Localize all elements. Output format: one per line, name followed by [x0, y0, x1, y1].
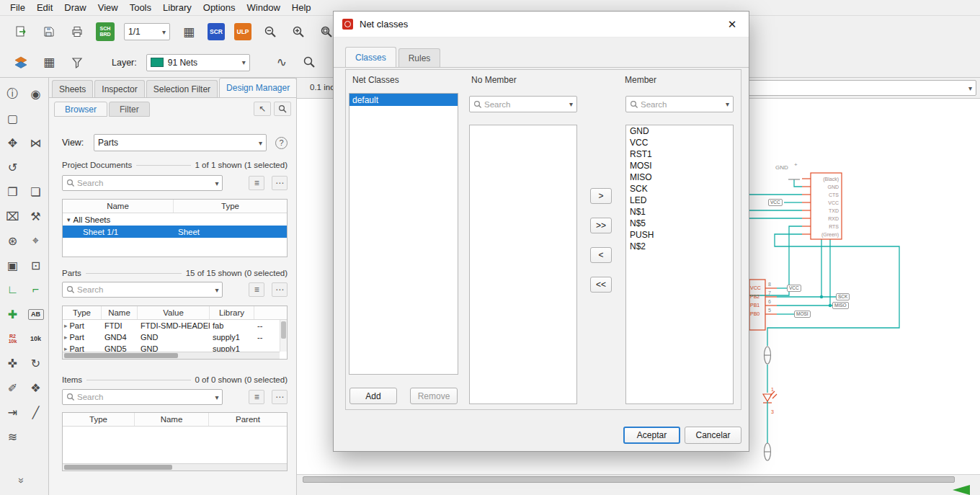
- member-net-item[interactable]: GND: [626, 125, 733, 137]
- dialog-tab[interactable]: Rules: [398, 48, 441, 67]
- parts-search[interactable]: ▾: [62, 282, 223, 298]
- expander-icon[interactable]: ▾: [67, 216, 71, 223]
- footprint-icon[interactable]: ⊡: [24, 255, 48, 275]
- save-button[interactable]: [40, 22, 58, 41]
- grid-settings-button[interactable]: ▦: [40, 53, 58, 72]
- print-button[interactable]: [68, 22, 86, 41]
- panel-tab[interactable]: Design Manager: [219, 78, 297, 97]
- wire-icon[interactable]: ∟: [1, 280, 24, 300]
- menu-item[interactable]: Library: [157, 1, 197, 14]
- eye-icon[interactable]: ◉: [24, 84, 48, 104]
- member-net-item[interactable]: RST1: [626, 148, 733, 160]
- open-project-button[interactable]: [12, 22, 30, 41]
- more-options-button[interactable]: ⋯: [272, 390, 288, 404]
- member-net-item[interactable]: SCK: [626, 183, 733, 195]
- no-member-list[interactable]: [469, 125, 577, 404]
- cancel-button[interactable]: Cancelar: [685, 427, 741, 444]
- net-class-item[interactable]: default: [349, 94, 458, 106]
- line-icon[interactable]: ╱: [24, 402, 48, 422]
- copy-icon[interactable]: ❐: [1, 182, 24, 202]
- menu-item[interactable]: Help: [286, 1, 317, 14]
- scrollbar-handle[interactable]: [303, 476, 955, 483]
- bus-icon[interactable]: ≋: [1, 427, 24, 447]
- member-net-item[interactable]: VCC: [626, 137, 733, 148]
- member-net-item[interactable]: N$2: [626, 241, 733, 252]
- vertical-scrollbar[interactable]: [280, 320, 287, 352]
- tag-icon[interactable]: ❖: [24, 378, 48, 398]
- menu-item[interactable]: Window: [241, 1, 286, 14]
- net-classes-list[interactable]: default: [349, 93, 458, 375]
- ok-button[interactable]: Aceptar: [623, 427, 680, 444]
- menu-item[interactable]: Edit: [31, 1, 58, 14]
- close-button[interactable]: ✕: [724, 18, 740, 31]
- part-row[interactable]: ▸Part GND4 GND supply1 --: [63, 331, 287, 343]
- selection-filter-button[interactable]: [68, 53, 86, 72]
- dialog-titlebar[interactable]: Net classes ✕: [334, 12, 749, 37]
- crosshair-icon[interactable]: ✜: [1, 353, 24, 373]
- grid-button[interactable]: ▦: [179, 22, 198, 41]
- zoom-tool-button[interactable]: [274, 102, 291, 116]
- selection-icon[interactable]: ▢: [1, 108, 24, 128]
- menu-item[interactable]: Tools: [124, 1, 157, 14]
- member-net-item[interactable]: PUSH: [626, 229, 733, 241]
- move-all-right-button[interactable]: >>: [590, 218, 612, 233]
- wrench-icon[interactable]: ⚒: [24, 206, 48, 226]
- member-net-item[interactable]: LED: [626, 195, 733, 206]
- value-icon[interactable]: R2 10k: [1, 329, 24, 349]
- zoom-select-button[interactable]: [300, 53, 319, 72]
- panel-subtab[interactable]: Filter: [109, 102, 150, 117]
- remove-class-button[interactable]: Remove: [410, 388, 458, 404]
- move-right-button[interactable]: >: [590, 188, 612, 204]
- more-options-button[interactable]: ⋯: [272, 176, 288, 190]
- move-left-button[interactable]: <: [590, 247, 612, 263]
- rotate-cw-icon[interactable]: ↻: [24, 353, 48, 373]
- member-net-item[interactable]: N$1: [626, 206, 733, 218]
- panel-tab[interactable]: Sheets: [52, 80, 93, 97]
- panel-tab[interactable]: Inspector: [94, 80, 144, 97]
- member-search-input[interactable]: [641, 100, 722, 109]
- mirror-icon[interactable]: ⋈: [24, 133, 48, 153]
- project-search-input[interactable]: [77, 179, 211, 187]
- move-icon[interactable]: ✥: [1, 133, 24, 153]
- split-icon[interactable]: ⇥: [1, 402, 24, 422]
- bend-icon[interactable]: ⌐: [24, 280, 48, 300]
- info-icon[interactable]: ⓘ: [1, 84, 24, 104]
- dialog-tab[interactable]: Classes: [345, 47, 396, 67]
- no-member-search-input[interactable]: [484, 100, 566, 109]
- panel-tab[interactable]: Selection Filter: [146, 80, 218, 97]
- menu-item[interactable]: View: [92, 1, 124, 14]
- zoom-in-button[interactable]: [289, 22, 308, 41]
- layer-settings-button[interactable]: [12, 53, 30, 72]
- signal-button[interactable]: ∿: [272, 53, 291, 72]
- panel-subtab[interactable]: Browser: [54, 102, 107, 117]
- list-options-button[interactable]: ≡: [249, 176, 264, 190]
- no-member-search[interactable]: ▾: [469, 96, 577, 112]
- sheet-row[interactable]: Sheet 1/1 Sheet: [63, 226, 287, 238]
- layer-combo[interactable]: 91 Nets ▾: [146, 54, 250, 71]
- move-all-left-button[interactable]: <<: [590, 277, 612, 293]
- rotate-icon[interactable]: ↺: [1, 157, 24, 177]
- add-class-button[interactable]: Add: [349, 388, 397, 404]
- scr-button[interactable]: SCR: [208, 23, 225, 40]
- label-icon[interactable]: AB: [28, 309, 44, 320]
- horizontal-scrollbar[interactable]: [63, 463, 287, 471]
- smd-value-icon[interactable]: 10k: [24, 329, 48, 349]
- part-row[interactable]: ▸Part FTDI FTDI-SMD-HEADER fab --: [63, 320, 287, 331]
- add-icon[interactable]: ✚: [1, 304, 24, 324]
- collapse-chevron-icon[interactable]: »: [16, 478, 27, 483]
- canvas-horizontal-scrollbar[interactable]: [297, 474, 980, 484]
- items-search[interactable]: ▾: [62, 389, 223, 405]
- smash-icon[interactable]: ✐: [1, 378, 24, 398]
- member-net-item[interactable]: MISO: [626, 171, 733, 183]
- view-combo[interactable]: Parts ▾: [94, 134, 267, 151]
- menu-item[interactable]: Draw: [58, 1, 92, 14]
- tree-root-row[interactable]: ▾ All Sheets: [63, 213, 287, 226]
- menu-item[interactable]: Options: [197, 1, 241, 14]
- pin-icon[interactable]: ⌖: [24, 231, 48, 251]
- more-options-button[interactable]: ⋯: [272, 282, 288, 297]
- pointer-tool-button[interactable]: ↖: [254, 102, 271, 116]
- items-search-input[interactable]: [77, 393, 211, 401]
- horizontal-scrollbar[interactable]: [63, 352, 280, 359]
- member-search[interactable]: ▾: [625, 96, 734, 112]
- zoom-out-button[interactable]: [261, 22, 280, 41]
